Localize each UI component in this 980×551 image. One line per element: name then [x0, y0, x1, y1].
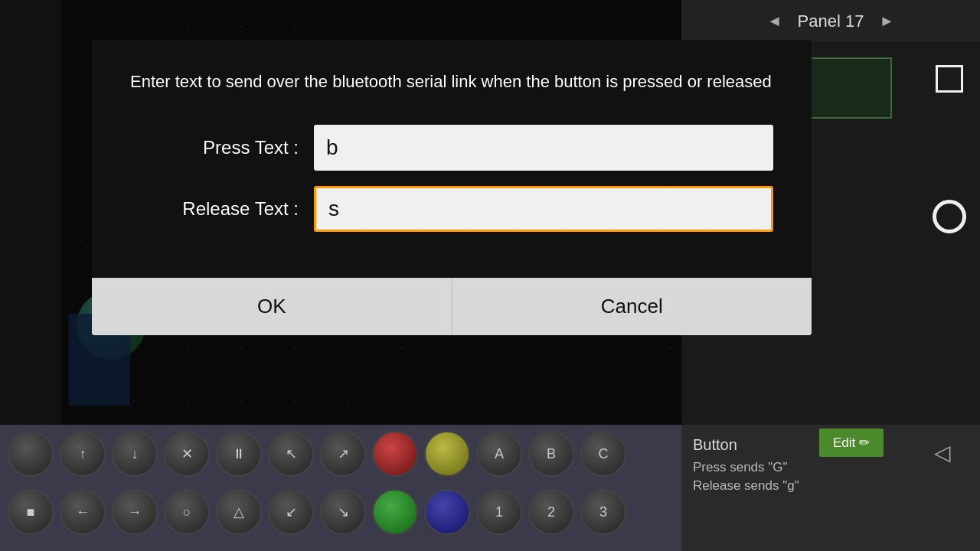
ctrl-btn-3[interactable]: 3: [580, 489, 626, 535]
button-row-1: ↑ ↓ ✕ ⏸ ↖ ↗ A B C: [0, 425, 681, 483]
release-text-input[interactable]: [314, 186, 773, 232]
ctrl-btn-c[interactable]: C: [580, 431, 626, 477]
press-text-input[interactable]: [314, 125, 773, 171]
press-text-row: Press Text :: [130, 125, 773, 171]
panel-prev-button[interactable]: ◄: [767, 12, 782, 30]
panel-next-button[interactable]: ►: [879, 12, 894, 30]
ctrl-btn-circle[interactable]: ○: [164, 489, 210, 535]
bottom-button-bar: ↑ ↓ ✕ ⏸ ↖ ↗ A B C ■ ← → ○ △ ↙ ↘ 1 2 3: [0, 425, 681, 551]
edit-button[interactable]: Edit ✏: [819, 429, 884, 457]
release-text-label: Release Text :: [130, 198, 299, 220]
ctrl-btn-upright[interactable]: ↗: [320, 431, 366, 477]
ctrl-btn-pause[interactable]: ⏸: [216, 431, 262, 477]
ctrl-btn-a[interactable]: A: [476, 431, 522, 477]
ctrl-btn-b[interactable]: B: [528, 431, 574, 477]
ctrl-btn-downleft[interactable]: ↙: [268, 489, 314, 535]
ctrl-btn-1[interactable]: 1: [476, 489, 522, 535]
release-text-row: Release Text :: [130, 186, 773, 232]
ctrl-btn-2[interactable]: 2: [528, 489, 574, 535]
ctrl-btn-triangle[interactable]: △: [216, 489, 262, 535]
button-row-2: ■ ← → ○ △ ↙ ↘ 1 2 3: [0, 483, 681, 541]
ctrl-btn-x[interactable]: ✕: [164, 431, 210, 477]
ctrl-btn-down[interactable]: ↓: [112, 431, 158, 477]
ctrl-btn-upleft[interactable]: ↖: [268, 431, 314, 477]
panel-title: Panel 17: [798, 11, 864, 31]
ctrl-btn-square[interactable]: ■: [8, 489, 54, 535]
ctrl-btn-downright[interactable]: ↘: [320, 489, 366, 535]
square-icon[interactable]: [936, 65, 963, 93]
press-text-label: Press Text :: [130, 137, 299, 158]
ctrl-btn-right[interactable]: →: [112, 489, 158, 535]
circle-icon[interactable]: [933, 200, 966, 233]
ctrl-btn-yellow[interactable]: [424, 431, 470, 477]
panel-header: ◄ Panel 17 ►: [681, 0, 980, 42]
far-right-icons: [919, 42, 980, 432]
dialog-description: Enter text to send over the bluetooth se…: [130, 70, 773, 94]
dialog-body: Enter text to send over the bluetooth se…: [92, 40, 812, 278]
ctrl-btn-blue[interactable]: [424, 489, 470, 535]
ok-button[interactable]: OK: [92, 278, 452, 335]
dialog-footer: OK Cancel: [92, 278, 812, 335]
ctrl-btn-green[interactable]: [372, 489, 418, 535]
back-button[interactable]: ◁: [934, 440, 951, 465]
ctrl-btn-blank1[interactable]: [8, 431, 54, 477]
dialog: Enter text to send over the bluetooth se…: [92, 40, 812, 335]
ctrl-btn-left[interactable]: ←: [60, 489, 106, 535]
ctrl-btn-up[interactable]: ↑: [60, 431, 106, 477]
panel-press-sends: Press sends "G": [693, 460, 969, 475]
ctrl-btn-red[interactable]: [372, 431, 418, 477]
panel-release-sends: Release sends "g": [693, 478, 969, 494]
cancel-button[interactable]: Cancel: [452, 278, 812, 335]
